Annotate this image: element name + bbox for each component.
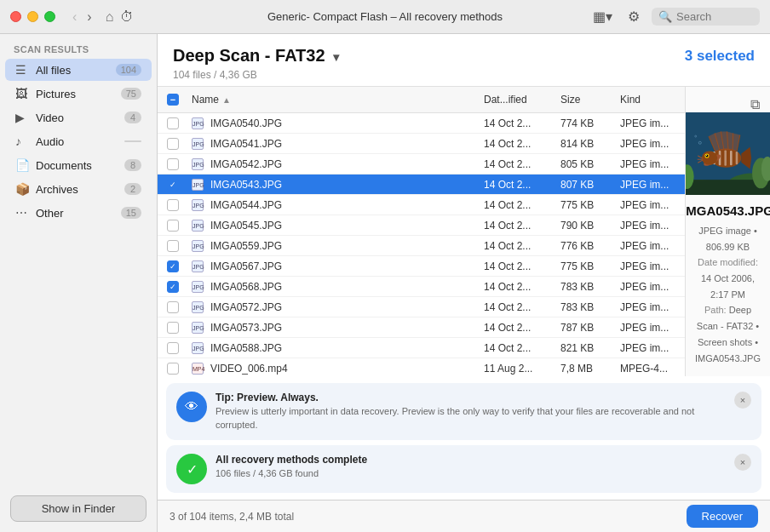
row-checkbox[interactable] [167,281,179,293]
table-row[interactable]: JPG IMGA0567.JPG 14 Oct 2... 775 KB JPEG… [158,256,685,277]
file-name: IMGA0545.JPG [207,220,285,232]
row-checkbox[interactable] [167,158,179,170]
sidebar-item-all-files[interactable]: ☰ All files 104 [5,59,152,81]
table-row[interactable]: JPG IMGA0545.JPG 14 Oct 2... 790 KB JPEG… [158,215,685,236]
row-checkbox-wrapper [158,301,188,313]
sidebar-badge: 8 [124,159,141,171]
row-checkbox[interactable] [167,260,179,272]
svg-rect-12 [735,152,738,164]
row-checkbox[interactable] [167,138,179,150]
file-size: 7,8 MB [557,363,617,375]
preview-meta: JPEG image • 806.99 KB Date modified: 14… [695,223,761,366]
header-size[interactable]: Size [557,90,617,109]
search-icon: 🔍 [658,10,672,23]
grid-view-button[interactable]: ▦▾ [589,5,616,28]
sidebar-item-other[interactable]: ⋯ Other 15 [5,202,152,224]
file-date: 14 Oct 2... [480,117,557,129]
svg-point-22 [701,151,716,164]
nav-buttons: ‹ › [69,8,95,26]
table-row[interactable]: JPG IMGA0588.JPG 14 Oct 2... 821 KB JPEG… [158,338,685,358]
archives-icon: 📦 [15,182,31,196]
row-checkbox[interactable] [167,220,179,232]
preview-image [686,112,770,195]
table-row[interactable]: JPG IMGA0544.JPG 14 Oct 2... 775 KB JPEG… [158,195,685,215]
file-type-icon: JPG [192,342,204,354]
table-row[interactable]: JPG IMGA0568.JPG 14 Oct 2... 783 KB JPEG… [158,277,685,297]
back-button[interactable]: ‹ [69,8,80,26]
row-checkbox[interactable] [167,363,179,375]
table-row[interactable]: JPG IMGA0573.JPG 14 Oct 2... 787 KB JPEG… [158,317,685,338]
minimize-button[interactable] [27,11,38,22]
file-date: 14 Oct 2... [480,260,557,272]
sidebar-item-video[interactable]: ▶ Video 4 [5,106,152,129]
recover-button[interactable]: Recover [687,505,758,528]
file-size: 775 KB [557,199,617,211]
file-date: 14 Oct 2... [480,301,557,313]
select-all-checkbox[interactable] [167,94,179,106]
row-checkbox[interactable] [167,240,179,252]
table-row[interactable]: JPG IMGA0540.JPG 14 Oct 2... 774 KB JPEG… [158,113,685,134]
window-title: Generic- Compact Flash – All recovery me… [267,10,503,23]
sidebar-item-label: Audio [36,135,124,148]
header-date[interactable]: Dat...ified [480,90,557,109]
file-date: 14 Oct 2... [480,220,557,232]
other-icon: ⋯ [15,206,31,220]
show-in-finder-button[interactable]: Show in Finder [10,495,147,522]
file-kind: JPEG im... [617,322,685,334]
zoom-button[interactable] [44,11,55,22]
row-checkbox-wrapper [158,240,188,252]
file-date: 11 Aug 2... [480,363,557,375]
table-row[interactable]: JPG IMGA0542.JPG 14 Oct 2... 805 KB JPEG… [158,154,685,174]
table-row[interactable]: JPG IMGA0541.JPG 14 Oct 2... 814 KB JPEG… [158,134,685,154]
close-button[interactable] [10,11,21,22]
row-checkbox[interactable] [167,322,179,334]
copy-preview-button[interactable]: ⧉ [750,97,760,112]
file-rows: JPG IMGA0540.JPG 14 Oct 2... 774 KB JPEG… [158,113,685,376]
content-header: Deep Scan - FAT32 ▾ 3 selected 104 files… [158,34,770,87]
table-row[interactable]: JPG IMGA0559.JPG 14 Oct 2... 776 KB JPEG… [158,236,685,256]
row-checkbox[interactable] [167,179,179,191]
row-checkbox[interactable] [167,342,179,354]
file-kind: JPEG im... [617,281,685,293]
sidebar-badge: 4 [124,112,141,123]
svg-rect-10 [724,150,727,165]
file-kind: JPEG im... [617,240,685,252]
sidebar-item-pictures[interactable]: 🖼 Pictures 75 [5,83,152,105]
file-type-icon: JPG [192,199,204,211]
content-header-top: Deep Scan - FAT32 ▾ 3 selected [173,46,755,66]
file-type-icon: JPG [192,117,204,129]
preview-panel: ⧉ [686,87,770,376]
tip-banner-close-button[interactable]: × [734,392,751,409]
filter-button[interactable]: ⚙ [624,5,643,28]
row-checkbox[interactable] [167,199,179,211]
file-kind: JPEG im... [617,158,685,170]
sidebar-item-label: All files [36,64,116,77]
sidebar-item-documents[interactable]: 📄 Documents 8 [5,154,152,176]
table-row[interactable]: JPG IMGA0572.JPG 14 Oct 2... 783 KB JPEG… [158,297,685,317]
header-name[interactable]: Name ▲ [188,90,480,109]
table-row[interactable]: JPG IMGA0543.JPG 14 Oct 2... 807 KB JPEG… [158,174,685,195]
sidebar-item-archives[interactable]: 📦 Archives 2 [5,178,152,200]
sidebar-item-audio[interactable]: ♪ Audio [5,130,152,152]
search-input[interactable] [676,10,753,23]
dropdown-arrow-icon[interactable]: ▾ [333,50,339,64]
header-kind[interactable]: Kind [617,90,685,109]
file-size: 774 KB [557,117,617,129]
row-checkbox-wrapper [158,260,188,272]
file-size: 787 KB [557,322,617,334]
row-checkbox[interactable] [167,301,179,313]
table-row[interactable]: MP4 VIDEO_006.mp4 11 Aug 2... 7,8 MB MPE… [158,358,685,376]
row-checkbox[interactable] [167,117,179,129]
forward-button[interactable]: › [83,8,95,26]
tip-banner-title: Tip: Preview. Always. [215,392,726,403]
history-button[interactable]: ⏱ [117,8,137,26]
search-box[interactable]: 🔍 [652,8,760,26]
file-date: 14 Oct 2... [480,179,557,191]
home-button[interactable]: ⌂ [102,8,118,26]
complete-banner-title: All recovery methods complete [215,454,726,466]
sidebar-item-label: Documents [36,159,124,172]
file-size: 783 KB [557,281,617,293]
file-table-header: Name ▲ Dat...ified Size Kind [158,87,685,113]
complete-banner-close-button[interactable]: × [734,454,751,471]
file-date: 14 Oct 2... [480,138,557,150]
